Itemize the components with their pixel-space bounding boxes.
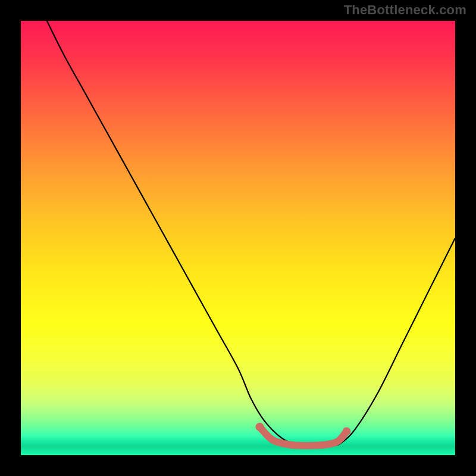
highlight-end-dot-left — [256, 423, 264, 431]
watermark-text: TheBottleneck.com — [344, 2, 466, 18]
plot-area — [21, 21, 455, 455]
bottleneck-curve-path — [47, 21, 455, 447]
chart-svg — [21, 21, 455, 455]
highlight-end-dot-right — [343, 427, 351, 436]
chart-frame: TheBottleneck.com — [0, 0, 476, 476]
